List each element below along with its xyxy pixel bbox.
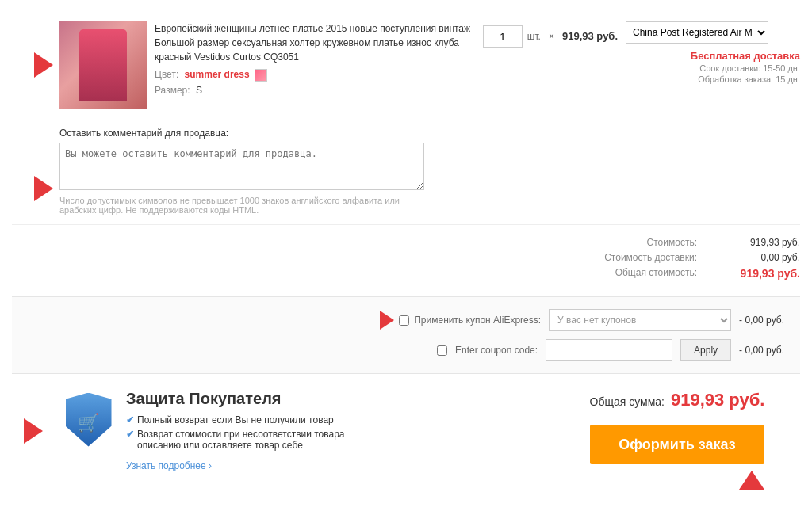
comment-section: Оставить комментарий для продавца: Число… [59,128,424,215]
coupon-section: Применить купон AliExpress: У вас нет ку… [12,296,800,373]
order-summary: Общая сумма: 919,93 руб. Оформить заказ [566,390,788,490]
quantity-section: шт. × 919,93 руб. [483,21,618,109]
totals-section: Стоимость: 919,93 руб. Стоимость доставк… [12,225,800,296]
aliexpress-coupon-checkbox[interactable] [399,315,409,326]
comment-hint: Число допустимых символов не превышает 1… [59,196,424,215]
protection-arrow-icon [24,418,43,444]
shipping-section: China Post Registered Air Mail China Pos… [626,21,800,109]
aliexpress-coupon-label: Применить купон AliExpress: [414,315,541,326]
buyer-protection: 🛒 Защита Покупателя ✔ Полный возврат есл… [24,390,550,471]
color-swatch [255,69,267,82]
product-image [59,21,147,109]
aliexpress-coupon-row: Применить купон AliExpress: У вас нет ку… [28,309,784,331]
multiply-symbol: × [549,25,554,48]
product-info: Европейский женщины летнее платье 2015 н… [155,21,475,109]
shipping-dropdown[interactable]: China Post Registered Air Mail China Pos… [626,21,768,44]
color-label: Цвет: [155,69,178,80]
comment-textarea[interactable] [59,143,424,190]
protection-title: Защита Покупателя [126,390,359,408]
place-order-button[interactable]: Оформить заказ [590,425,764,464]
aliexpress-discount: - 0,00 руб. [739,315,784,326]
price-label: 919,93 руб. [562,25,618,48]
shield-icon: 🛒 [66,393,112,447]
cost-label: Стоимость: [570,237,697,248]
check-icon-1: ✔ [126,414,134,425]
apply-button[interactable]: Apply [680,339,731,361]
code-discount: - 0,00 руб. [739,345,784,356]
quantity-input[interactable] [483,25,523,48]
free-delivery-label: Бесплатная доставка [626,50,800,62]
cost-value: 919,93 руб. [721,237,800,248]
total-cost-label: Общая стоимость: [570,267,697,280]
delivery-cost-value: 0,00 руб. [721,252,800,263]
product-title: Европейский женщины летнее платье 2015 н… [155,21,475,64]
bottom-section: 🛒 Защита Покупателя ✔ Полный возврат есл… [12,373,800,505]
cart-icon: 🛒 [78,413,99,433]
protection-text: Защита Покупателя ✔ Полный возврат если … [126,390,359,471]
size-label: Размер: [155,85,190,96]
color-value: summer dress [185,69,250,80]
protection-item-2: ✔ Возврат стоимости при несоответствии т… [126,429,359,451]
delivery-time: Срок доставки: 15-50 дн. [626,63,800,73]
coupon-arrow-icon [380,311,394,330]
order-total-amount: 919,93 руб. [671,390,765,410]
delivery-cost-label: Стоимость доставки: [570,252,697,263]
comment-arrow-icon [34,176,53,201]
processing-time: Обработка заказа: 15 дн. [626,74,800,84]
total-cost-value: 919,93 руб. [721,267,800,280]
coupon-code-input[interactable] [546,339,672,361]
product-arrow-icon [34,52,53,78]
coupon-code-label: Enter coupon code: [455,345,538,356]
comment-label: Оставить комментарий для продавца: [59,128,424,139]
coupon-code-checkbox[interactable] [437,345,447,356]
check-icon-2: ✔ [126,429,134,440]
size-value: S [196,85,202,96]
order-up-arrow-icon [739,471,764,490]
shield-wrapper: 🛒 [63,390,114,449]
aliexpress-coupon-select[interactable]: У вас нет купонов [549,309,731,331]
coupon-code-row: Enter coupon code: Apply - 0,00 руб. [28,339,784,361]
protection-item-1: ✔ Полный возврат если Вы не получили тов… [126,414,359,425]
total-prefix: Общая сумма: [590,395,665,408]
learn-more-link[interactable]: Узнать подробнее › [126,460,212,471]
unit-label: шт. [527,25,541,48]
